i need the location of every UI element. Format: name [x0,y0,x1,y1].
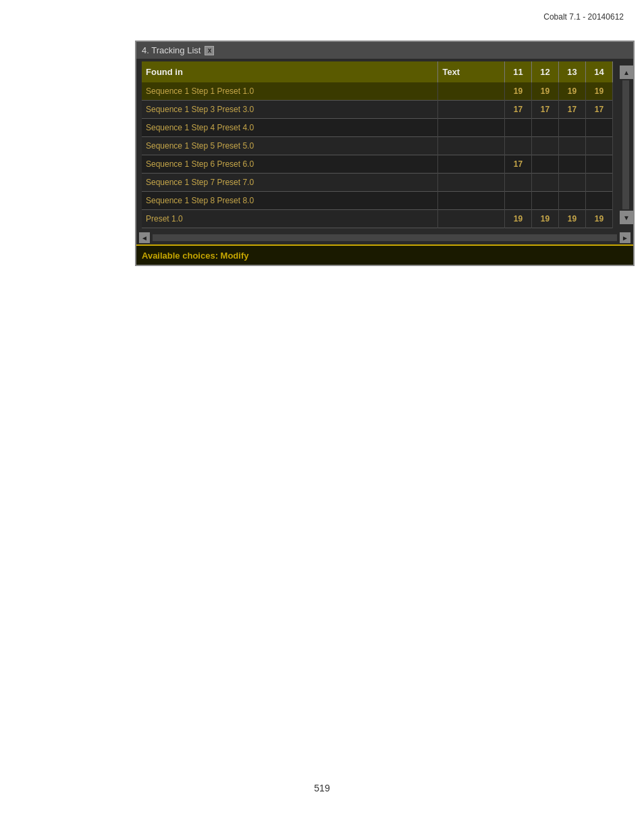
table-inner: Found in Text 11 12 13 14 Sequence 1 Ste… [136,59,618,231]
available-choices-label: Available choices: Modify [142,251,248,261]
table-cell-4-row-0: 19 [559,82,586,101]
version-label: Cobalt 7.1 - 20140612 [543,12,624,22]
table-cell-3-row-3 [532,137,559,155]
table-cell-2-row-2 [505,119,532,137]
table-cell-1-row-4 [438,155,505,174]
table-cell-2-row-4: 17 [505,155,532,174]
table-cell-3-row-2 [532,119,559,137]
vertical-scrollbar: ▲ ▼ [618,59,633,231]
table-container: Found in Text 11 12 13 14 Sequence 1 Ste… [136,59,618,231]
table-cell-0-row-2: Sequence 1 Step 4 Preset 4.0 [142,119,438,137]
tracking-table: Found in Text 11 12 13 14 Sequence 1 Ste… [142,61,613,228]
table-cell-2-row-0: 19 [505,82,532,101]
table-cell-3-row-6 [532,192,559,210]
scroll-left-button[interactable]: ◄ [139,232,150,243]
table-cell-1-row-5 [438,174,505,192]
table-row[interactable]: Sequence 1 Step 4 Preset 4.0 [142,119,613,137]
table-row[interactable]: Sequence 1 Step 1 Preset 1.019191919 [142,82,613,101]
table-cell-0-row-0: Sequence 1 Step 1 Preset 1.0 [142,82,438,101]
horizontal-scrollbar: ◄ ► [136,231,633,244]
table-cell-2-row-7: 19 [505,210,532,228]
table-cell-2-row-1: 17 [505,101,532,119]
table-cell-1-row-7 [438,210,505,228]
col-12-header: 12 [532,61,559,82]
table-cell-4-row-4 [559,155,586,174]
table-cell-1-row-2 [438,119,505,137]
table-cell-1-row-6 [438,192,505,210]
scroll-track-horizontal [153,234,617,241]
panel-title-bar: 4. Tracking List x [136,42,633,59]
table-cell-3-row-1: 17 [532,101,559,119]
col-13-header: 13 [559,61,586,82]
table-header-row: Found in Text 11 12 13 14 [142,61,613,82]
table-row[interactable]: Sequence 1 Step 5 Preset 5.0 [142,137,613,155]
col-14-header: 14 [586,61,613,82]
col-11-header: 11 [505,61,532,82]
panel-title: 4. Tracking List [142,45,200,55]
tracking-list-panel: 4. Tracking List x Found in Text 11 12 1… [135,41,635,266]
table-row[interactable]: Sequence 1 Step 3 Preset 3.017171717 [142,101,613,119]
table-cell-4-row-7: 19 [559,210,586,228]
table-cell-2-row-6 [505,192,532,210]
table-cell-4-row-6 [559,192,586,210]
table-cell-0-row-6: Sequence 1 Step 8 Preset 8.0 [142,192,438,210]
table-cell-5-row-3 [586,137,613,155]
table-cell-5-row-4 [586,155,613,174]
table-cell-5-row-5 [586,174,613,192]
col-found-in-header: Found in [142,61,438,82]
table-cell-3-row-7: 19 [532,210,559,228]
table-row[interactable]: Sequence 1 Step 8 Preset 8.0 [142,192,613,210]
table-cell-0-row-1: Sequence 1 Step 3 Preset 3.0 [142,101,438,119]
table-cell-0-row-3: Sequence 1 Step 5 Preset 5.0 [142,137,438,155]
table-cell-4-row-3 [559,137,586,155]
table-cell-5-row-6 [586,192,613,210]
table-cell-2-row-3 [505,137,532,155]
table-cell-0-row-7: Preset 1.0 [142,210,438,228]
table-cell-4-row-1: 17 [559,101,586,119]
table-row[interactable]: Sequence 1 Step 7 Preset 7.0 [142,174,613,192]
close-button[interactable]: x [205,46,214,55]
table-wrapper: Found in Text 11 12 13 14 Sequence 1 Ste… [136,59,633,231]
col-text-header: Text [438,61,505,82]
table-cell-4-row-5 [559,174,586,192]
table-cell-1-row-3 [438,137,505,155]
table-row[interactable]: Sequence 1 Step 6 Preset 6.017 [142,155,613,174]
table-cell-5-row-2 [586,119,613,137]
table-cell-3-row-0: 19 [532,82,559,101]
table-cell-1-row-1 [438,101,505,119]
scroll-down-button[interactable]: ▼ [620,211,633,224]
table-cell-5-row-7: 19 [586,210,613,228]
scroll-track-vertical [622,80,629,209]
page-number: 519 [314,783,329,793]
table-cell-0-row-4: Sequence 1 Step 6 Preset 6.0 [142,155,438,174]
table-cell-5-row-1: 17 [586,101,613,119]
table-cell-3-row-5 [532,174,559,192]
table-cell-4-row-2 [559,119,586,137]
table-row[interactable]: Preset 1.019191919 [142,210,613,228]
bottom-bar: Available choices: Modify [136,244,633,265]
table-cell-1-row-0 [438,82,505,101]
table-cell-3-row-4 [532,155,559,174]
scroll-right-button[interactable]: ► [620,232,630,243]
table-cell-5-row-0: 19 [586,82,613,101]
scroll-up-button[interactable]: ▲ [620,66,633,79]
table-cell-0-row-5: Sequence 1 Step 7 Preset 7.0 [142,174,438,192]
table-cell-2-row-5 [505,174,532,192]
